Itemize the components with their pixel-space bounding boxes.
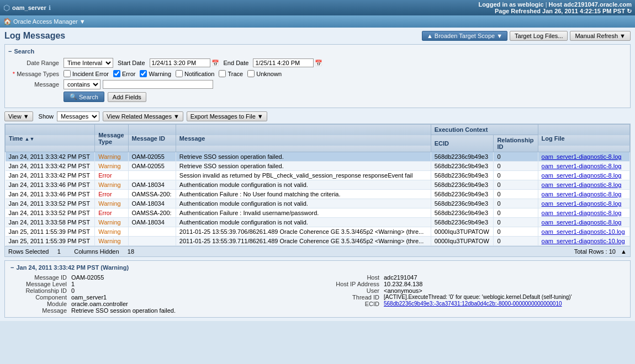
start-date-calendar-icon[interactable]: 📅 [211,60,219,67]
manual-refresh-button[interactable]: Manual Refresh ▼ [570,31,631,41]
col-ecid[interactable]: ECID [431,135,494,152]
cell-log-file[interactable]: oam_server1-diagnostic-10.log [538,227,629,237]
info-icon[interactable]: ℹ [49,4,51,12]
detail-host-row: Host adc2191047 [323,274,625,281]
col-message-id[interactable]: Message ID [128,125,176,152]
cell-time: Jan 24, 2011 3:33:52 PM PST [6,208,95,218]
view-related-button[interactable]: View Related Messages ▼ [103,111,183,121]
cell-rel-id: 0 [494,152,538,162]
scope-dropdown-arrow: ▼ [496,33,502,39]
view-button[interactable]: View ▼ [4,111,33,121]
cell-type: Error [95,171,128,180]
cell-rel-id: 0 [494,218,538,227]
notification-checkbox[interactable] [176,70,183,77]
table-row[interactable]: Jan 25, 2011 1:55:39 PM PSTWarning2011-0… [6,237,630,246]
detail-panel-header[interactable]: − Jan 24, 2011 3:33:42 PM PST (Warning) [10,264,625,271]
detail-message-level-row: Message Level 1 [10,281,312,287]
cell-ecid: 568db2236c9b49e3 [431,208,494,218]
cell-msg-id [128,227,176,237]
table-row[interactable]: Jan 24, 2011 3:33:46 PM PSTWarningOAM-18… [6,180,630,190]
title-buttons: ▲ Broaden Target Scope ▼ Target Log File… [422,31,631,41]
cell-ecid: 568db2236c9b49e3 [431,180,494,190]
cell-message: 2011-01-25 13:55:39.711/86261.489 Oracle… [176,237,431,246]
table-row[interactable]: Jan 24, 2011 3:33:42 PM PSTErrorSession … [6,171,630,180]
cell-message: Authentication Failure : Invalid usernam… [176,208,431,218]
col-message-type[interactable]: MessageType [95,125,128,152]
cell-ecid: 568db2236c9b49e3 [431,162,494,171]
time-sort-icon: ▲▼ [25,136,35,142]
detail-ecid-row: ECID 568db2236c9b49e3:-3ca37431:12dba0d4… [323,301,625,307]
cell-log-file[interactable]: oam_server1-diagnostic-8.log [538,218,629,227]
server-icon: ⬡ [3,3,10,12]
scroll-up-icon[interactable]: ▲ [621,248,627,255]
error-checkbox[interactable] [113,70,120,77]
start-date-input[interactable] [150,58,210,67]
detail-component-value: oam_server1 [71,294,107,301]
date-range-select[interactable]: Time Interval [64,58,113,68]
table-row[interactable]: Jan 24, 2011 3:33:52 PM PSTErrorOAMSSA-2… [6,208,630,218]
table-row[interactable]: Jan 24, 2011 3:33:46 PM PSTErrorOAMSSA-2… [6,190,630,199]
unknown-checkbox[interactable] [247,70,255,77]
message-filter-select[interactable]: contains [64,79,100,89]
cell-msg-id [128,171,176,180]
show-select[interactable]: Messages [57,111,99,121]
cell-ecid: 568db2236c9b49e3 [431,171,494,180]
rows-selected-info: Rows Selected 1 Columns Hidden 18 [8,248,134,255]
detail-message-row: Message Retrieve SSO session operation f… [10,307,312,314]
cell-time: Jan 25, 2011 1:55:39 PM PST [6,237,95,246]
refresh-icon[interactable]: ↻ [627,8,632,14]
cell-msg-id: OAMSSA-200: [128,208,176,218]
detail-message-id-row: Message ID OAM-02055 [10,274,312,281]
cell-type: Warning [95,227,128,237]
top-bar-left: ⬡ oam_server ℹ [3,3,51,12]
detail-ecid-value[interactable]: 568db2236c9b49e3:-3ca37431:12dba0d4c2b:-… [384,301,562,307]
export-button[interactable]: Export Messages to File ▼ [187,111,267,121]
detail-user-value: <anonymous> [384,287,422,294]
table-row[interactable]: Jan 24, 2011 3:33:52 PM PSTWarningOAM-18… [6,199,630,208]
col-log-file[interactable]: Log File [538,125,629,152]
cell-log-file[interactable]: oam_server1-diagnostic-8.log [538,162,629,171]
columns-hidden-label: Columns Hidden [74,248,119,255]
message-filter-input[interactable] [103,80,213,89]
cell-log-file[interactable]: oam_server1-diagnostic-8.log [538,180,629,190]
search-header-label: Search [14,48,34,55]
detail-component-row: Component oam_server1 [10,294,312,301]
trace-label: Trace [227,71,243,77]
detail-message-label: Message [10,307,71,314]
detail-right-column: Host adc2191047 Host IP Address 10.232.8… [323,274,625,314]
trace-checkbox[interactable] [219,70,226,77]
detail-relationship-id-row: Relationship ID 0 [10,287,312,294]
table-row[interactable]: Jan 25, 2011 1:55:39 PM PSTWarning2011-0… [6,227,630,237]
cell-log-file[interactable]: oam_server1-diagnostic-8.log [538,171,629,180]
cell-log-file[interactable]: oam_server1-diagnostic-10.log [538,237,629,246]
table-row[interactable]: Jan 24, 2011 3:33:42 PM PSTWarningOAM-02… [6,162,630,171]
search-panel-header[interactable]: − Search [8,48,627,55]
checkbox-error: Error [113,70,135,77]
detail-host-ip-label: Host IP Address [323,281,384,287]
col-relationship-id[interactable]: RelationshipID [494,135,538,152]
table-row[interactable]: Jan 24, 2011 3:33:42 PM PSTWarningOAM-02… [6,152,630,162]
search-button[interactable]: 🔍 Search [64,92,104,102]
cell-message: Authentication module configuration is n… [176,180,431,190]
add-fields-button[interactable]: Add Fields [108,92,146,102]
nav-item-oracle-access-manager[interactable]: 🏠 Oracle Access Manager ▼ [3,18,86,25]
cell-time: Jan 24, 2011 3:33:42 PM PST [6,162,95,171]
end-date-input[interactable] [253,58,314,67]
col-time[interactable]: Time ▲▼ [6,125,95,152]
col-message[interactable]: Message [176,125,431,152]
incident-error-checkbox[interactable] [64,70,71,77]
cell-log-file[interactable]: oam_server1-diagnostic-8.log [538,199,629,208]
cell-log-file[interactable]: oam_server1-diagnostic-8.log [538,208,629,218]
broaden-scope-button[interactable]: ▲ Broaden Target Scope ▼ [422,31,507,41]
end-date-calendar-icon[interactable]: 📅 [315,60,322,67]
warning-checkbox[interactable] [140,70,147,77]
target-log-files-button[interactable]: Target Log Files... [510,31,568,41]
cell-log-file[interactable]: oam_server1-diagnostic-8.log [538,190,629,199]
table-row[interactable]: Jan 24, 2011 3:33:58 PM PSTWarningOAM-18… [6,218,630,227]
cell-ecid: 568db2236c9b49e3 [431,199,494,208]
view-related-label: View Related Messages [107,113,172,120]
col-exec-context: Execution Context [431,125,538,135]
cell-log-file[interactable]: oam_server1-diagnostic-8.log [538,152,629,162]
cell-message: Authentication module configuration is n… [176,199,431,208]
total-rows-label: Total Rows : [574,248,607,255]
